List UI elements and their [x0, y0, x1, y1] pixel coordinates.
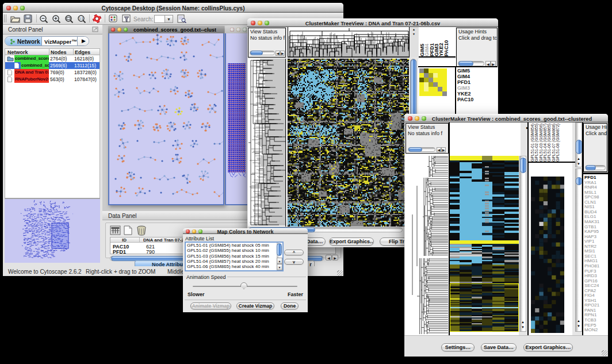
- svg-text:1:1: 1:1: [79, 17, 83, 20]
